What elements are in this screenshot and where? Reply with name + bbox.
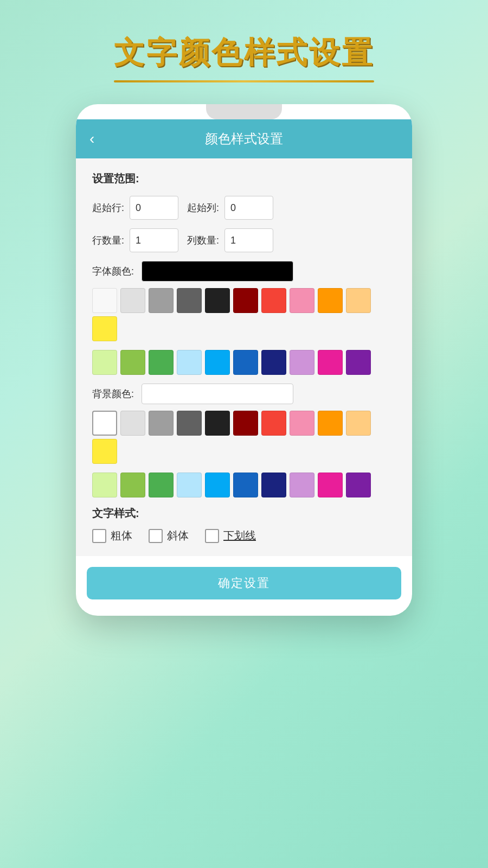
color-swatch-light-orange[interactable] bbox=[346, 288, 371, 313]
color-swatch-light-blue[interactable] bbox=[177, 473, 202, 497]
color-swatch-near-black[interactable] bbox=[205, 288, 230, 313]
color-swatch-near-black[interactable] bbox=[205, 411, 230, 436]
text-style-label: 文字样式: bbox=[92, 506, 396, 521]
font-color-label: 字体颜色: bbox=[92, 265, 134, 278]
color-swatch-sky-blue[interactable] bbox=[205, 473, 230, 497]
app-header: ‹ 颜色样式设置 bbox=[76, 119, 412, 158]
font-color-section: 字体颜色: bbox=[92, 261, 396, 375]
color-swatch-orange[interactable] bbox=[318, 288, 343, 313]
start-row-label: 起始行: bbox=[92, 201, 124, 214]
bg-color-section: 背景颜色: bbox=[92, 384, 396, 497]
color-swatch-orange[interactable] bbox=[318, 411, 343, 436]
underline-checkbox[interactable] bbox=[205, 529, 219, 543]
color-swatch-light-purple[interactable] bbox=[290, 350, 314, 375]
confirm-button[interactable]: 确定设置 bbox=[87, 567, 401, 599]
start-col-input[interactable] bbox=[224, 196, 273, 220]
start-row-group: 起始行: bbox=[92, 196, 178, 220]
start-col-group: 起始列: bbox=[187, 196, 273, 220]
font-color-preview[interactable] bbox=[142, 261, 293, 282]
color-swatch-blue[interactable] bbox=[233, 350, 258, 375]
color-swatch-light-blue[interactable] bbox=[177, 350, 202, 375]
color-swatch-purple[interactable] bbox=[346, 473, 371, 497]
col-count-label: 列数量: bbox=[187, 234, 219, 247]
underline-option[interactable]: 下划线 bbox=[205, 528, 256, 543]
color-swatch-red[interactable] bbox=[261, 288, 286, 313]
bold-option[interactable]: 粗体 bbox=[92, 528, 132, 543]
color-swatch-dark-navy[interactable] bbox=[261, 350, 286, 375]
color-swatch-light-green[interactable] bbox=[120, 473, 145, 497]
col-count-group: 列数量: bbox=[187, 228, 273, 252]
color-swatch-hot-pink[interactable] bbox=[318, 350, 343, 375]
color-swatch-purple[interactable] bbox=[346, 350, 371, 375]
color-swatch-dark-red[interactable] bbox=[233, 411, 258, 436]
color-swatch-light-gray[interactable] bbox=[120, 411, 145, 436]
color-swatch-light-orange[interactable] bbox=[346, 411, 371, 436]
color-swatch-dark-gray[interactable] bbox=[177, 411, 202, 436]
title-underline bbox=[114, 80, 374, 82]
row-count-input[interactable] bbox=[130, 228, 178, 252]
color-swatch-hot-pink[interactable] bbox=[318, 473, 343, 497]
bold-checkbox[interactable] bbox=[92, 529, 106, 543]
phone-notch bbox=[206, 104, 282, 119]
bg-color-label-row: 背景颜色: bbox=[92, 384, 396, 404]
color-swatch-yellow[interactable] bbox=[92, 316, 117, 341]
bg-color-preview[interactable] bbox=[142, 384, 293, 404]
color-swatch-green[interactable] bbox=[149, 473, 174, 497]
color-swatch-light-green[interactable] bbox=[120, 350, 145, 375]
color-swatch-near-white[interactable] bbox=[92, 288, 117, 313]
header-title: 颜色样式设置 bbox=[205, 130, 283, 148]
color-swatch-light-gray[interactable] bbox=[120, 288, 145, 313]
italic-checkbox[interactable] bbox=[149, 529, 163, 543]
color-swatch-red[interactable] bbox=[261, 411, 286, 436]
row-count-group: 行数量: bbox=[92, 228, 178, 252]
color-swatch-blue[interactable] bbox=[233, 473, 258, 497]
page-title: 文字颜色样式设置 bbox=[114, 33, 374, 74]
color-swatch-sky-blue[interactable] bbox=[205, 350, 230, 375]
color-swatch-light-green-yellow[interactable] bbox=[92, 350, 117, 375]
range-row-1: 起始行: 起始列: bbox=[92, 196, 396, 220]
color-swatch-dark-gray[interactable] bbox=[177, 288, 202, 313]
underline-label: 下划线 bbox=[223, 528, 256, 543]
italic-label: 斜体 bbox=[167, 528, 189, 543]
color-swatch-yellow[interactable] bbox=[92, 439, 117, 464]
font-color-grid-row2 bbox=[92, 350, 396, 375]
style-options: 粗体 斜体 下划线 bbox=[92, 528, 396, 543]
bg-color-grid-row1 bbox=[92, 411, 396, 464]
row-count-label: 行数量: bbox=[92, 234, 124, 247]
bg-color-grid-row2 bbox=[92, 473, 396, 497]
color-swatch-medium-gray[interactable] bbox=[149, 288, 174, 313]
color-swatch-green[interactable] bbox=[149, 350, 174, 375]
start-row-input[interactable] bbox=[130, 196, 178, 220]
font-color-grid-row1 bbox=[92, 288, 396, 341]
color-swatch-white[interactable] bbox=[92, 411, 117, 436]
bg-color-label: 背景颜色: bbox=[92, 387, 134, 400]
color-swatch-light-purple[interactable] bbox=[290, 473, 314, 497]
back-button[interactable]: ‹ bbox=[89, 130, 94, 148]
color-swatch-light-green-yellow[interactable] bbox=[92, 473, 117, 497]
text-style-section: 文字样式: 粗体 斜体 下划线 bbox=[92, 506, 396, 543]
font-color-label-row: 字体颜色: bbox=[92, 261, 396, 282]
content-area: 设置范围: 起始行: 起始列: 行数量: 列数量: 字体 bbox=[76, 158, 412, 556]
range-row-2: 行数量: 列数量: bbox=[92, 228, 396, 252]
color-swatch-pink[interactable] bbox=[290, 411, 314, 436]
phone-frame: ‹ 颜色样式设置 设置范围: 起始行: 起始列: 行数量: 列数量: bbox=[76, 104, 412, 616]
color-swatch-medium-gray[interactable] bbox=[149, 411, 174, 436]
bold-label: 粗体 bbox=[111, 528, 132, 543]
color-swatch-pink[interactable] bbox=[290, 288, 314, 313]
start-col-label: 起始列: bbox=[187, 201, 219, 214]
col-count-input[interactable] bbox=[224, 228, 273, 252]
color-swatch-dark-navy[interactable] bbox=[261, 473, 286, 497]
color-swatch-dark-red[interactable] bbox=[233, 288, 258, 313]
settings-range-label: 设置范围: bbox=[92, 171, 396, 186]
italic-option[interactable]: 斜体 bbox=[149, 528, 189, 543]
